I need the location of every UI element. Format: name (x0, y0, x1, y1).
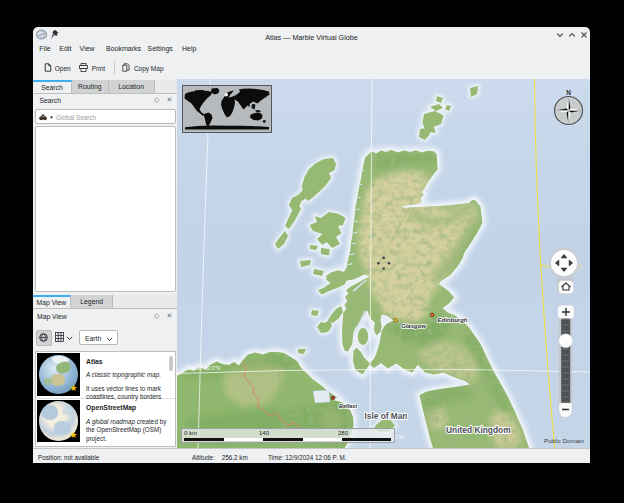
svg-text:Glasgow: Glasgow (401, 323, 426, 329)
svg-text:United Kingdom: United Kingdom (446, 425, 511, 435)
svg-text:N: N (566, 89, 571, 96)
svg-text:Belfast: Belfast (339, 403, 357, 409)
svg-text:55°00' 00.0"N: 55°00' 00.0"N (188, 365, 221, 371)
svg-text:Public Domain: Public Domain (544, 437, 584, 444)
svg-text:Isle of Man: Isle of Man (365, 411, 408, 421)
svg-text:Edinburgh: Edinburgh (438, 317, 468, 323)
